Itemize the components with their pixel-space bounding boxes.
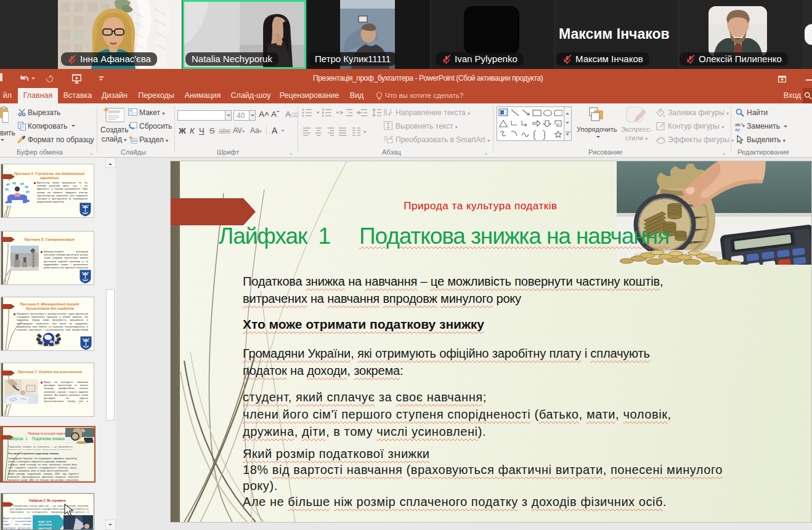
svg-text:ac: ac <box>735 127 740 131</box>
